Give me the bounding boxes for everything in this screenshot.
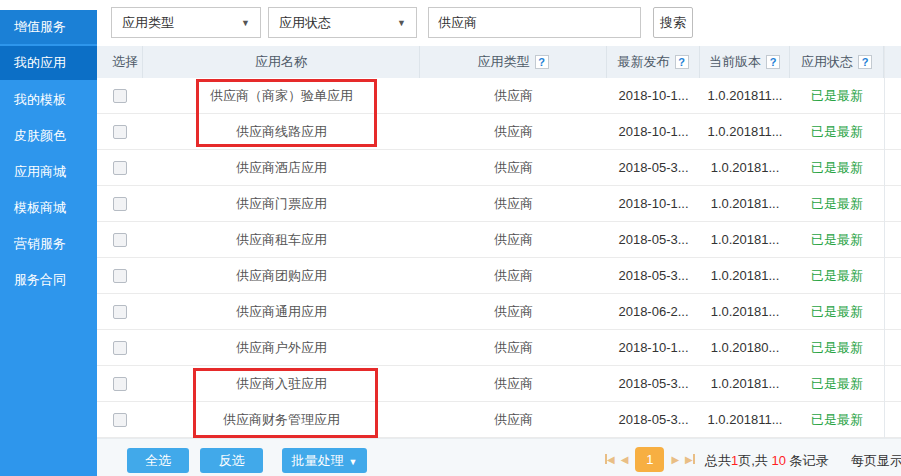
annotation-box-rows-9-10 [193,368,378,438]
page-number-button[interactable]: 1 [635,447,664,472]
status-cell: 已是最新 [790,150,884,185]
search-button[interactable]: 搜索 [653,7,693,38]
status-cell: 已是最新 [790,186,884,221]
table-row: 供应商门票应用 供应商 2018-10-1... 1.0.20181... 已是… [97,186,901,222]
first-page-button[interactable]: ◀ [602,454,618,465]
sidebar-item[interactable]: 服务合同 [0,262,97,298]
row-checkbox[interactable] [113,341,127,355]
next-arrow-icon: ▶ [685,454,693,465]
app-type-cell: 供应商 [420,114,607,149]
sidebar-item[interactable]: 营销服务 [0,226,97,262]
help-icon[interactable]: ? [858,55,872,69]
sidebar-item[interactable]: 应用商城 [0,154,97,190]
search-input[interactable] [428,7,641,38]
total-records-count: 10 [771,453,785,468]
chevron-down-icon: ▼ [397,18,406,28]
app-name-cell: 供应商酒店应用 [143,150,420,185]
filter-bar: 应用类型 ▼ 应用状态 ▼ 搜索 [97,0,901,46]
app-name-cell: 供应商户外应用 [143,330,420,365]
table-row: 供应商酒店应用 供应商 2018-05-3... 1.0.20181... 已是… [97,150,901,186]
published-date-cell: 2018-05-3... [607,402,700,437]
status-cell: 已是最新 [790,366,884,401]
version-cell: 1.0.20181... [700,366,790,401]
status-cell: 已是最新 [790,330,884,365]
app-type-cell: 供应商 [420,402,607,437]
sidebar-menu: 我的应用 我的模板 皮肤颜色 应用商城 模板商城 营销服务 服务合同 [0,46,97,298]
pagination: ◀ ◀ 1 ▶ ▶ [602,446,698,472]
last-page-button[interactable]: ▶ [682,454,698,465]
sidebar: 增值服务 我的应用 我的模板 皮肤颜色 应用商城 模板商城 营销服务 服务合同 [0,0,97,476]
published-date-cell: 2018-05-3... [607,222,700,257]
app-type-cell: 供应商 [420,258,607,293]
app-type-cell: 供应商 [420,294,607,329]
app-status-dropdown-label: 应用状态 [279,14,331,32]
last-page-bar-icon [693,454,695,464]
table-row: 供应商通用应用 供应商 2018-06-2... 1.0.20181... 已是… [97,294,901,330]
status-cell: 已是最新 [790,78,884,113]
table-header-row: 选择 应用名称 应用类型 ? 最新发布 ? 当前版本 ? 应用状态 ? [97,46,901,78]
help-icon[interactable]: ? [675,55,689,69]
published-date-cell: 2018-05-3... [607,366,700,401]
select-all-button[interactable]: 全选 [127,448,189,473]
app-name-cell: 供应商门票应用 [143,186,420,221]
invert-selection-button[interactable]: 反选 [200,448,263,473]
app-type-cell: 供应商 [420,366,607,401]
version-cell: 1.0.201811... [700,402,790,437]
sidebar-background: 增值服务 我的应用 我的模板 皮肤颜色 应用商城 模板商城 营销服务 服务合同 [0,10,97,476]
sidebar-header-value-added-services[interactable]: 增值服务 [0,10,97,44]
help-icon[interactable]: ? [766,55,780,69]
column-header-published: 最新发布 ? [607,46,700,78]
version-cell: 1.0.20181... [700,186,790,221]
sidebar-item[interactable]: 模板商城 [0,190,97,226]
sidebar-item[interactable]: 我的应用 [0,46,97,80]
published-date-cell: 2018-10-1... [607,114,700,149]
row-checkbox[interactable] [113,377,127,391]
app-window: 增值服务 我的应用 我的模板 皮肤颜色 应用商城 模板商城 营销服务 服务合同 … [0,0,901,476]
prev-arrow-icon: ◀ [621,454,629,465]
version-cell: 1.0.20181... [700,150,790,185]
app-name-cell: 供应商团购应用 [143,258,420,293]
table-row: 供应商租车应用 供应商 2018-05-3... 1.0.20181... 已是… [97,222,901,258]
app-type-cell: 供应商 [420,78,607,113]
annotation-box-rows-1-2 [196,79,377,147]
published-date-cell: 2018-10-1... [607,330,700,365]
version-cell: 1.0.20181... [700,222,790,257]
column-header-stub [884,46,901,78]
next-page-button[interactable]: ▶ [668,454,682,465]
record-summary: 总共1页,共 10 条记录 [705,452,829,470]
app-type-dropdown-label: 应用类型 [122,14,174,32]
help-icon[interactable]: ? [535,55,549,69]
next-arrow-icon: ▶ [671,454,679,465]
sidebar-item[interactable]: 皮肤颜色 [0,118,97,154]
row-checkbox[interactable] [113,89,127,103]
app-type-dropdown[interactable]: 应用类型 ▼ [111,7,261,38]
app-status-dropdown[interactable]: 应用状态 ▼ [268,7,417,38]
footer-bar: 全选 反选 批量处理▼ ◀ ◀ 1 ▶ ▶ 总共1页,共 10 条记录 每页显示 [97,438,901,476]
column-header-status: 应用状态 ? [790,46,884,78]
version-cell: 1.0.201811... [700,78,790,113]
row-checkbox[interactable] [113,161,127,175]
app-type-cell: 供应商 [420,150,607,185]
app-name-cell: 供应商通用应用 [143,294,420,329]
table-row: 供应商团购应用 供应商 2018-05-3... 1.0.20181... 已是… [97,258,901,294]
version-cell: 1.0.20181... [700,294,790,329]
batch-process-button[interactable]: 批量处理▼ [282,448,367,473]
row-checkbox[interactable] [113,197,127,211]
sidebar-item[interactable]: 我的模板 [0,82,97,118]
status-cell: 已是最新 [790,258,884,293]
app-type-cell: 供应商 [420,186,607,221]
column-header-select: 选择 [97,46,143,78]
prev-arrow-icon: ◀ [607,454,615,465]
table-column-divider [884,46,885,438]
version-cell: 1.0.20181... [700,258,790,293]
status-cell: 已是最新 [790,402,884,437]
row-checkbox[interactable] [113,125,127,139]
row-checkbox[interactable] [113,305,127,319]
row-checkbox[interactable] [113,413,127,427]
row-checkbox[interactable] [113,233,127,247]
status-cell: 已是最新 [790,222,884,257]
prev-page-button[interactable]: ◀ [618,454,632,465]
chevron-down-icon: ▼ [241,18,250,28]
row-checkbox[interactable] [113,269,127,283]
status-cell: 已是最新 [790,114,884,149]
